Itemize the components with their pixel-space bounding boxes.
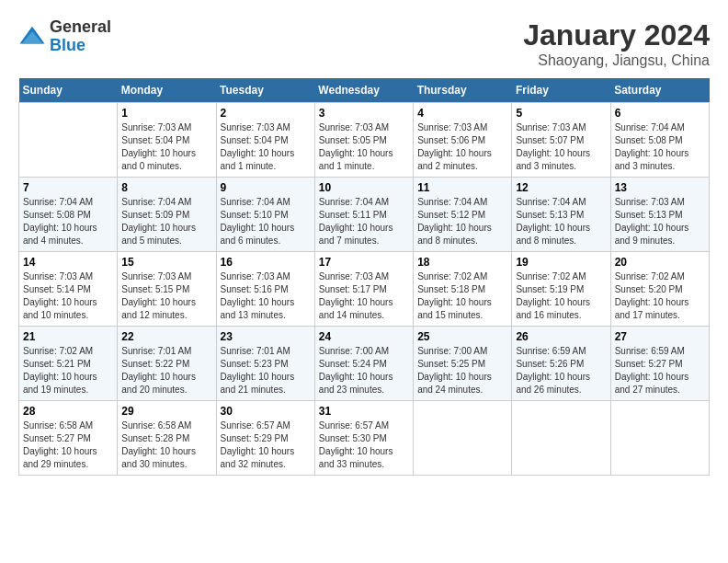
day-number: 31 <box>319 405 409 418</box>
day-number: 29 <box>121 405 211 418</box>
day-info: Sunrise: 7:04 AMSunset: 5:10 PMDaylight:… <box>221 196 311 247</box>
calendar-cell: 5Sunrise: 7:03 AMSunset: 5:07 PMDaylight… <box>512 103 610 178</box>
calendar-cell: 21Sunrise: 7:02 AMSunset: 5:21 PMDayligh… <box>19 327 118 401</box>
day-info: Sunrise: 6:58 AMSunset: 5:27 PMDaylight:… <box>23 419 113 471</box>
calendar-cell <box>414 401 512 476</box>
day-number: 8 <box>121 181 211 194</box>
day-info: Sunrise: 7:01 AMSunset: 5:23 PMDaylight:… <box>221 345 311 396</box>
day-number: 19 <box>516 256 606 269</box>
weekday-header-monday: Monday <box>118 78 216 103</box>
day-number: 4 <box>417 107 507 120</box>
page-header: General Blue January 2024 Shaoyang, Jian… <box>18 18 710 69</box>
calendar-cell: 4Sunrise: 7:03 AMSunset: 5:06 PMDaylight… <box>414 103 512 178</box>
calendar-cell: 10Sunrise: 7:04 AMSunset: 5:11 PMDayligh… <box>314 178 413 252</box>
day-info: Sunrise: 7:03 AMSunset: 5:17 PMDaylight:… <box>319 270 409 322</box>
day-number: 28 <box>23 405 113 418</box>
weekday-header-thursday: Thursday <box>414 78 512 103</box>
calendar-week-3: 14Sunrise: 7:03 AMSunset: 5:14 PMDayligh… <box>19 252 710 327</box>
calendar-table: SundayMondayTuesdayWednesdayThursdayFrid… <box>18 78 710 476</box>
calendar-cell: 22Sunrise: 7:01 AMSunset: 5:22 PMDayligh… <box>118 327 216 401</box>
day-info: Sunrise: 7:03 AMSunset: 5:06 PMDaylight:… <box>417 121 507 173</box>
day-number: 26 <box>516 330 606 343</box>
calendar-cell: 6Sunrise: 7:04 AMSunset: 5:08 PMDaylight… <box>610 103 709 178</box>
day-number: 23 <box>221 330 311 343</box>
calendar-cell: 15Sunrise: 7:03 AMSunset: 5:15 PMDayligh… <box>118 252 216 327</box>
calendar-cell: 8Sunrise: 7:04 AMSunset: 5:09 PMDaylight… <box>118 178 216 252</box>
day-number: 9 <box>221 181 311 194</box>
day-info: Sunrise: 7:01 AMSunset: 5:22 PMDaylight:… <box>121 345 211 396</box>
day-info: Sunrise: 7:04 AMSunset: 5:09 PMDaylight:… <box>121 196 211 247</box>
calendar-cell <box>512 401 610 476</box>
day-info: Sunrise: 7:03 AMSunset: 5:14 PMDaylight:… <box>23 270 113 322</box>
day-number: 11 <box>417 181 507 194</box>
day-number: 24 <box>319 330 409 343</box>
calendar-cell: 3Sunrise: 7:03 AMSunset: 5:05 PMDaylight… <box>314 103 413 178</box>
calendar-cell: 17Sunrise: 7:03 AMSunset: 5:17 PMDayligh… <box>314 252 413 327</box>
day-number: 14 <box>23 256 113 269</box>
day-info: Sunrise: 7:03 AMSunset: 5:04 PMDaylight:… <box>221 121 311 173</box>
calendar-cell: 14Sunrise: 7:03 AMSunset: 5:14 PMDayligh… <box>19 252 118 327</box>
day-info: Sunrise: 6:59 AMSunset: 5:26 PMDaylight:… <box>516 345 606 396</box>
day-info: Sunrise: 7:04 AMSunset: 5:12 PMDaylight:… <box>417 196 507 247</box>
calendar-week-2: 7Sunrise: 7:04 AMSunset: 5:08 PMDaylight… <box>19 178 710 252</box>
logo-text: General Blue <box>50 18 111 55</box>
calendar-cell: 11Sunrise: 7:04 AMSunset: 5:12 PMDayligh… <box>414 178 512 252</box>
day-number: 13 <box>615 181 705 194</box>
day-number: 6 <box>615 107 705 120</box>
weekday-header-tuesday: Tuesday <box>216 78 314 103</box>
day-info: Sunrise: 7:04 AMSunset: 5:08 PMDaylight:… <box>23 196 113 247</box>
calendar-cell: 30Sunrise: 6:57 AMSunset: 5:29 PMDayligh… <box>216 401 314 476</box>
day-info: Sunrise: 6:57 AMSunset: 5:30 PMDaylight:… <box>319 419 409 471</box>
day-number: 22 <box>121 330 211 343</box>
day-info: Sunrise: 7:02 AMSunset: 5:20 PMDaylight:… <box>615 270 705 322</box>
day-info: Sunrise: 7:03 AMSunset: 5:07 PMDaylight:… <box>516 121 606 173</box>
weekday-header-friday: Friday <box>512 78 610 103</box>
day-number: 7 <box>23 181 113 194</box>
title-block: January 2024 Shaoyang, Jiangsu, China <box>523 18 710 69</box>
weekday-header-sunday: Sunday <box>19 78 118 103</box>
calendar-cell: 27Sunrise: 6:59 AMSunset: 5:27 PMDayligh… <box>610 327 709 401</box>
calendar-cell <box>610 401 709 476</box>
logo-icon <box>18 23 46 51</box>
day-number: 12 <box>516 181 606 194</box>
logo: General Blue <box>18 18 111 55</box>
calendar-cell: 26Sunrise: 6:59 AMSunset: 5:26 PMDayligh… <box>512 327 610 401</box>
day-number: 10 <box>319 181 409 194</box>
calendar-cell: 2Sunrise: 7:03 AMSunset: 5:04 PMDaylight… <box>216 103 314 178</box>
day-info: Sunrise: 6:58 AMSunset: 5:28 PMDaylight:… <box>121 419 211 471</box>
day-info: Sunrise: 7:02 AMSunset: 5:21 PMDaylight:… <box>23 345 113 396</box>
calendar-cell: 18Sunrise: 7:02 AMSunset: 5:18 PMDayligh… <box>414 252 512 327</box>
day-number: 16 <box>221 256 311 269</box>
logo-general: General <box>50 18 111 37</box>
calendar-cell: 9Sunrise: 7:04 AMSunset: 5:10 PMDaylight… <box>216 178 314 252</box>
day-info: Sunrise: 7:00 AMSunset: 5:25 PMDaylight:… <box>417 345 507 396</box>
day-number: 3 <box>319 107 409 120</box>
calendar-cell: 28Sunrise: 6:58 AMSunset: 5:27 PMDayligh… <box>19 401 118 476</box>
calendar-cell: 29Sunrise: 6:58 AMSunset: 5:28 PMDayligh… <box>118 401 216 476</box>
month-title: January 2024 <box>523 18 710 52</box>
day-info: Sunrise: 7:02 AMSunset: 5:19 PMDaylight:… <box>516 270 606 322</box>
day-number: 20 <box>615 256 705 269</box>
calendar-week-5: 28Sunrise: 6:58 AMSunset: 5:27 PMDayligh… <box>19 401 710 476</box>
location: Shaoyang, Jiangsu, China <box>523 52 710 69</box>
day-number: 21 <box>23 330 113 343</box>
calendar-cell: 19Sunrise: 7:02 AMSunset: 5:19 PMDayligh… <box>512 252 610 327</box>
day-info: Sunrise: 7:04 AMSunset: 5:08 PMDaylight:… <box>615 121 705 173</box>
day-info: Sunrise: 7:02 AMSunset: 5:18 PMDaylight:… <box>417 270 507 322</box>
day-info: Sunrise: 7:04 AMSunset: 5:11 PMDaylight:… <box>319 196 409 247</box>
calendar-cell: 12Sunrise: 7:04 AMSunset: 5:13 PMDayligh… <box>512 178 610 252</box>
day-number: 15 <box>121 256 211 269</box>
day-number: 5 <box>516 107 606 120</box>
calendar-cell: 31Sunrise: 6:57 AMSunset: 5:30 PMDayligh… <box>314 401 413 476</box>
day-number: 30 <box>221 405 311 418</box>
day-info: Sunrise: 7:03 AMSunset: 5:05 PMDaylight:… <box>319 121 409 173</box>
day-info: Sunrise: 6:57 AMSunset: 5:29 PMDaylight:… <box>221 419 311 471</box>
day-info: Sunrise: 6:59 AMSunset: 5:27 PMDaylight:… <box>615 345 705 396</box>
calendar-week-4: 21Sunrise: 7:02 AMSunset: 5:21 PMDayligh… <box>19 327 710 401</box>
calendar-week-1: 1Sunrise: 7:03 AMSunset: 5:04 PMDaylight… <box>19 103 710 178</box>
calendar-cell: 13Sunrise: 7:03 AMSunset: 5:13 PMDayligh… <box>610 178 709 252</box>
day-info: Sunrise: 7:04 AMSunset: 5:13 PMDaylight:… <box>516 196 606 247</box>
day-info: Sunrise: 7:03 AMSunset: 5:16 PMDaylight:… <box>221 270 311 322</box>
day-number: 27 <box>615 330 705 343</box>
calendar-cell: 20Sunrise: 7:02 AMSunset: 5:20 PMDayligh… <box>610 252 709 327</box>
